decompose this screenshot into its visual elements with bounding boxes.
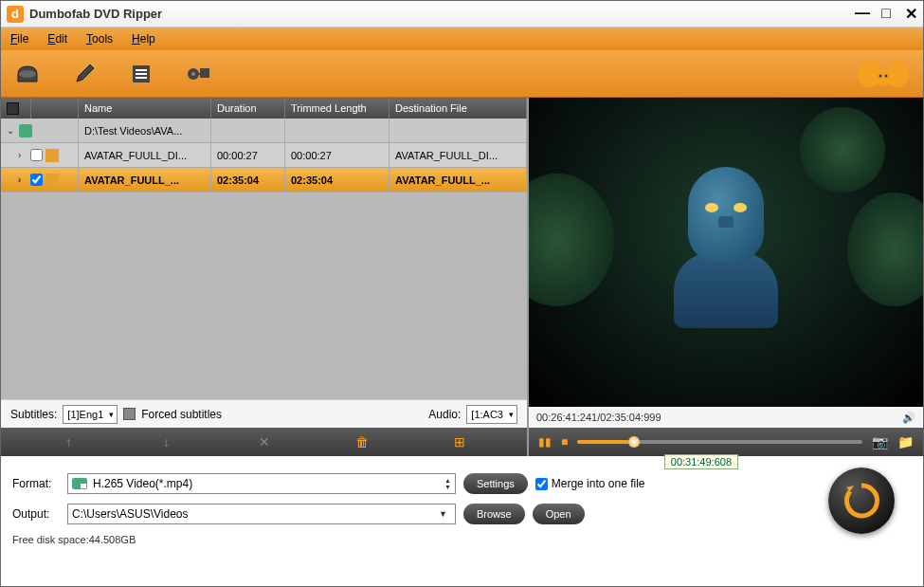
svg-point-12 [885, 74, 888, 77]
action-bar: ↑ ↓ ✕ 🗑 ⊞ [1, 428, 527, 456]
audio-label: Audio: [428, 408, 461, 421]
file-list-pane: Name Duration Trimmed Length Destination… [1, 98, 529, 456]
dvd-icon [19, 124, 32, 138]
svg-point-6 [191, 72, 195, 76]
table-row[interactable]: ⌄ D:\Test Videos\AVA... [1, 119, 527, 143]
close-button[interactable]: ✕ [904, 5, 917, 23]
menubar: File Edit Tools Help [1, 28, 923, 50]
settings-button[interactable]: Settings [463, 473, 528, 494]
clear-all-button[interactable]: 🗑 [353, 432, 371, 451]
load-disc-button[interactable] [12, 59, 43, 89]
format-icon [72, 478, 87, 489]
format-label: Format: [12, 477, 60, 490]
row-checkbox[interactable] [30, 149, 43, 161]
cell-name: AVATAR_FUULL_... [79, 168, 211, 192]
format-combo[interactable]: H.265 Video(*.mp4) ▲▼ [67, 473, 456, 494]
open-button[interactable]: Open [533, 504, 585, 524]
preview-pane: 00:26:41:241/02:35:04:999 🔊 ▮▮ ■ 📷 📁 [529, 98, 923, 456]
move-up-button[interactable]: ↑ [60, 432, 79, 451]
cell-dest: AVATAR_FUULL_... [390, 168, 527, 192]
clip-icon [45, 174, 59, 187]
subtitle-audio-bar: Subtitles: [1]Eng1 Forced subtitles Audi… [1, 399, 527, 428]
svg-point-0 [19, 70, 36, 78]
cell-duration: 02:35:04 [211, 168, 285, 192]
column-duration[interactable]: Duration [211, 98, 285, 119]
svg-rect-3 [136, 73, 147, 75]
merge-checkbox[interactable] [535, 478, 548, 490]
stop-button[interactable]: ■ [561, 435, 568, 449]
column-destination[interactable]: Destination File [390, 98, 527, 119]
disk-space-label: Free disk space:44.508GB [12, 534, 912, 545]
menu-file[interactable]: File [10, 32, 28, 46]
cell-trimmed: 00:00:27 [285, 143, 390, 167]
svg-point-11 [879, 74, 882, 77]
time-display: 00:26:41:241/02:35:04:999 🔊 [529, 407, 923, 428]
cell-dest: AVATAR_FUULL_DI... [390, 143, 527, 167]
table-row[interactable]: › AVATAR_FUULL_... 02:35:04 02:35:04 AVA… [1, 168, 527, 193]
audio-select[interactable]: [1:AC3 [466, 405, 517, 424]
seek-slider[interactable] [577, 440, 862, 444]
toolbar [1, 50, 923, 98]
expand-icon[interactable]: › [18, 174, 27, 185]
output-dropdown-icon[interactable]: ▼ [435, 509, 451, 519]
bottom-panel: 00:31:49:608 Format: H.265 Video(*.mp4) … [1, 456, 923, 553]
minimize-button[interactable]: — [855, 5, 868, 23]
format-value: H.265 Video(*.mp4) [93, 477, 444, 490]
forced-subtitles-checkbox[interactable] [123, 408, 136, 420]
cell-trimmed: 02:35:04 [285, 168, 390, 192]
cell-name: AVATAR_FUULL_DI... [79, 143, 211, 167]
seek-tooltip: 00:31:49:608 [664, 454, 738, 469]
select-all-checkbox[interactable] [7, 102, 19, 115]
output-label: Output: [12, 507, 60, 521]
slider-thumb[interactable] [628, 436, 640, 448]
player-controls: ▮▮ ■ 📷 📁 [529, 428, 923, 456]
snapshot-button[interactable]: 📷 [872, 434, 888, 449]
window-title: Dumbofab DVD Ripper [29, 7, 855, 21]
menu-edit[interactable]: Edit [47, 32, 67, 46]
cell-duration: 00:00:27 [211, 143, 285, 167]
output-combo[interactable]: C:\Users\ASUS\Videos ▼ [67, 504, 456, 524]
forced-subtitles-label: Forced subtitles [141, 408, 222, 421]
expand-icon[interactable]: › [18, 150, 27, 160]
pause-button[interactable]: ▮▮ [538, 435, 552, 449]
column-name[interactable]: Name [79, 98, 211, 119]
remove-button[interactable]: ✕ [255, 432, 274, 451]
app-logo-icon: d [7, 6, 24, 23]
subtitles-label: Subtitles: [10, 408, 57, 421]
menu-help[interactable]: Help [132, 32, 155, 46]
edit-button[interactable] [69, 59, 100, 89]
titlebar: d Dumbofab DVD Ripper — □ ✕ [1, 1, 923, 28]
video-preview[interactable] [529, 98, 923, 407]
convert-to-device-button[interactable] [183, 59, 213, 89]
table-header: Name Duration Trimmed Length Destination… [1, 98, 527, 119]
expand-icon[interactable]: ⌄ [7, 125, 16, 136]
maximize-button[interactable]: □ [879, 5, 893, 23]
subtitles-select[interactable]: [1]Eng1 [63, 405, 118, 424]
format-stepper[interactable]: ▲▼ [444, 477, 451, 490]
svg-rect-4 [136, 77, 147, 79]
trim-button[interactable]: ⊞ [450, 432, 469, 451]
browse-button[interactable]: Browse [463, 504, 525, 524]
svg-point-10 [875, 69, 892, 86]
move-down-button[interactable]: ↓ [157, 432, 176, 451]
merge-label: Merge into one file [552, 477, 645, 490]
list-button[interactable] [126, 59, 156, 89]
cell-name: D:\Test Videos\AVA... [79, 119, 211, 142]
menu-tools[interactable]: Tools [86, 32, 113, 46]
svg-rect-2 [136, 69, 147, 71]
clip-icon [45, 149, 59, 162]
volume-icon[interactable]: 🔊 [902, 412, 915, 424]
table-row[interactable]: › AVATAR_FUULL_DI... 00:00:27 00:00:27 A… [1, 143, 527, 168]
svg-rect-7 [200, 68, 209, 78]
column-trimmed[interactable]: Trimmed Length [285, 98, 390, 119]
brand-logo-icon [855, 55, 912, 93]
output-value: C:\Users\ASUS\Videos [72, 507, 435, 521]
row-checkbox[interactable] [30, 174, 43, 186]
convert-button[interactable] [828, 468, 895, 534]
folder-button[interactable]: 📁 [897, 434, 914, 449]
table-body: ⌄ D:\Test Videos\AVA... › AVATAR_FUULL_D… [1, 119, 527, 399]
